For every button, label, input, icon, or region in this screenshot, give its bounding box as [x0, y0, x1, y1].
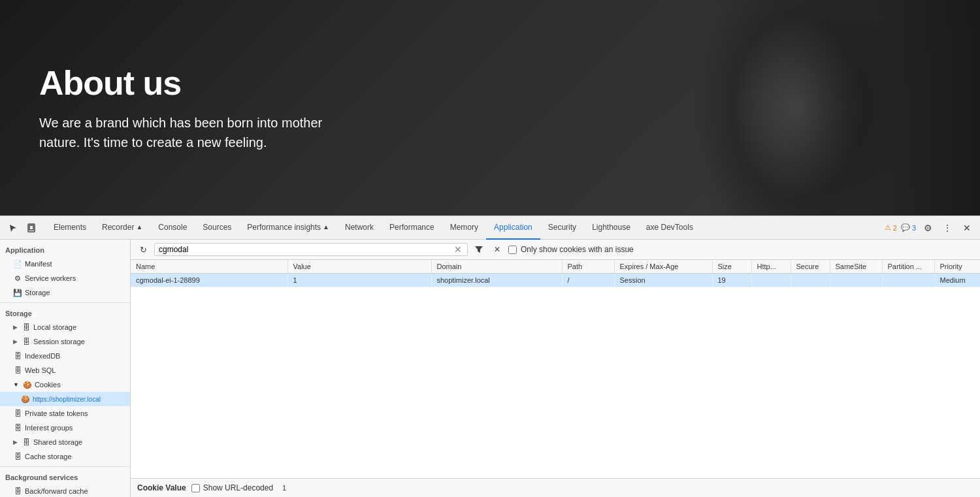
- sidebar-item-manifest[interactable]: 📄 Manifest: [0, 257, 130, 271]
- col-path[interactable]: Path: [562, 260, 614, 274]
- cookies-expand-icon: ▼: [13, 381, 19, 388]
- sidebar-item-indexeddb[interactable]: 🗄 IndexedDB: [0, 349, 130, 363]
- tab-application[interactable]: Application: [486, 216, 540, 240]
- cookies-url-icon: 🍪: [21, 395, 30, 404]
- cell-expires: Session: [614, 274, 712, 287]
- cell-value: 1: [287, 274, 431, 287]
- tab-security[interactable]: Security: [540, 216, 584, 240]
- hero-overlay: [523, 0, 980, 216]
- clear-filter-icon[interactable]: ✕: [490, 242, 504, 257]
- cell-samesite: [830, 274, 882, 287]
- more-options-icon[interactable]: ⋮: [939, 220, 955, 236]
- sidebar-item-web-sql[interactable]: 🗄 Web SQL: [0, 363, 130, 377]
- show-url-decoded-checkbox[interactable]: [191, 484, 200, 492]
- settings-icon[interactable]: ⚙: [920, 220, 936, 236]
- service-workers-icon: ⚙: [13, 274, 22, 283]
- sidebar-item-session-storage[interactable]: ▶ 🗄 Session storage: [0, 334, 130, 349]
- cookie-search-input[interactable]: [159, 245, 450, 254]
- cursor-icon[interactable]: [5, 220, 21, 236]
- cell-domain: shoptimizer.local: [431, 274, 562, 287]
- tab-elements[interactable]: Elements: [46, 216, 94, 240]
- search-box: ✕: [154, 243, 468, 256]
- warning-count: 2: [893, 224, 897, 232]
- svg-rect-1: [29, 225, 33, 230]
- sidebar-item-service-workers[interactable]: ⚙ Service workers: [0, 271, 130, 285]
- col-partition[interactable]: Partition ...: [882, 260, 934, 274]
- session-storage-expand-icon: ▶: [13, 338, 18, 345]
- website-preview: About us We are a brand which has been b…: [0, 0, 980, 216]
- sidebar-item-cookies-url[interactable]: 🍪 https://shoptimizer.local: [0, 392, 130, 406]
- col-value[interactable]: Value: [287, 260, 431, 274]
- tab-performance-insights[interactable]: Performance insights ▲: [239, 216, 337, 240]
- col-size[interactable]: Size: [712, 260, 751, 274]
- error-icon: 💬: [901, 223, 910, 232]
- cookie-bar: ↻ ✕ ✕ Only show cookies with an issue: [131, 240, 980, 260]
- sidebar-item-cookies[interactable]: ▼ 🍪 Cookies: [0, 377, 130, 392]
- web-sql-icon: 🗄: [13, 366, 22, 374]
- cookies-icon: 🍪: [23, 381, 32, 389]
- tab-sources[interactable]: Sources: [195, 216, 239, 240]
- tab-console[interactable]: Console: [150, 216, 195, 240]
- private-state-icon: 🗄: [13, 409, 22, 417]
- tab-right-actions: ⚠ 2 💬 3 ⚙ ⋮ ✕: [885, 220, 975, 236]
- tab-performance[interactable]: Performance: [382, 216, 442, 240]
- sidebar-item-back-forward-cache[interactable]: 🗄 Back/forward cache: [0, 484, 130, 497]
- sidebar-item-cache-storage[interactable]: 🗄 Cache storage: [0, 449, 130, 464]
- col-priority[interactable]: Priority: [934, 260, 980, 274]
- device-icon[interactable]: [24, 220, 39, 236]
- toolbar-icons: [5, 220, 39, 236]
- col-domain[interactable]: Domain: [431, 260, 562, 274]
- sidebar-item-local-storage[interactable]: ▶ 🗄 Local storage: [0, 320, 130, 334]
- warning-badge: ⚠ 2: [885, 223, 897, 232]
- sidebar-section-storage: Storage: [0, 306, 130, 320]
- col-http[interactable]: Http...: [751, 260, 791, 274]
- refresh-button[interactable]: ↻: [136, 242, 150, 257]
- app-panel: ↻ ✕ ✕ Only show cookies with an issue: [131, 240, 980, 497]
- col-secure[interactable]: Secure: [791, 260, 830, 274]
- sidebar: Application 📄 Manifest ⚙ Service workers…: [0, 240, 131, 497]
- sidebar-item-interest-groups[interactable]: 🗄 Interest groups: [0, 421, 130, 435]
- search-clear-icon[interactable]: ✕: [453, 245, 463, 254]
- cookie-value-bar: Cookie Value Show URL-decoded 1: [131, 478, 980, 497]
- only-show-issues-checkbox[interactable]: [508, 246, 517, 254]
- sidebar-item-private-state-tokens[interactable]: 🗄 Private state tokens: [0, 406, 130, 421]
- tab-axe-devtools[interactable]: axe DevTools: [638, 216, 701, 240]
- col-samesite[interactable]: SameSite: [830, 260, 882, 274]
- only-show-issues-label[interactable]: Only show cookies with an issue: [508, 245, 634, 254]
- cookies-data-table: Name Value Domain Path Expires / Max-Age…: [131, 260, 980, 287]
- warning-icon: ⚠: [885, 223, 891, 232]
- sidebar-divider-2: [0, 466, 130, 467]
- devtools-panel: Elements Recorder ▲ Console Sources Perf…: [0, 216, 980, 497]
- cookie-value-label: Cookie Value: [137, 483, 186, 492]
- session-storage-icon: 🗄: [22, 338, 31, 345]
- cell-name: cgmodal-ei-1-28899: [131, 274, 287, 287]
- cell-secure: [791, 274, 830, 287]
- devtools-toolbar: Elements Recorder ▲ Console Sources Perf…: [0, 216, 980, 240]
- sidebar-item-shared-storage[interactable]: ▶ 🗄 Shared storage: [0, 435, 130, 449]
- indexeddb-icon: 🗄: [13, 352, 22, 360]
- close-devtools-icon[interactable]: ✕: [959, 220, 975, 236]
- table-header-row: Name Value Domain Path Expires / Max-Age…: [131, 260, 980, 274]
- tab-network[interactable]: Network: [337, 216, 382, 240]
- cell-http: [751, 274, 791, 287]
- manifest-icon: 📄: [13, 260, 22, 268]
- cookie-value-text: 1: [278, 483, 290, 493]
- sidebar-item-storage-top[interactable]: 💾 Storage: [0, 285, 130, 300]
- filter-icon[interactable]: [472, 242, 486, 257]
- tab-memory[interactable]: Memory: [442, 216, 486, 240]
- cell-priority: Medium: [934, 274, 980, 287]
- col-expires[interactable]: Expires / Max-Age: [614, 260, 712, 274]
- table-row[interactable]: cgmodal-ei-1-28899 1 shoptimizer.local /…: [131, 274, 980, 287]
- col-name[interactable]: Name: [131, 260, 287, 274]
- error-count: 3: [912, 224, 916, 232]
- sidebar-section-application: Application: [0, 242, 130, 257]
- show-url-decoded-label[interactable]: Show URL-decoded: [191, 483, 273, 492]
- shared-storage-expand-icon: ▶: [13, 439, 18, 445]
- interest-groups-icon: 🗄: [13, 424, 22, 432]
- tab-recorder[interactable]: Recorder ▲: [94, 216, 150, 240]
- tab-lighthouse[interactable]: Lighthouse: [584, 216, 638, 240]
- cookie-table-body: cgmodal-ei-1-28899 1 shoptimizer.local /…: [131, 274, 980, 287]
- local-storage-expand-icon: ▶: [13, 324, 18, 330]
- devtools-main: Application 📄 Manifest ⚙ Service workers…: [0, 240, 980, 497]
- cell-path: /: [562, 274, 614, 287]
